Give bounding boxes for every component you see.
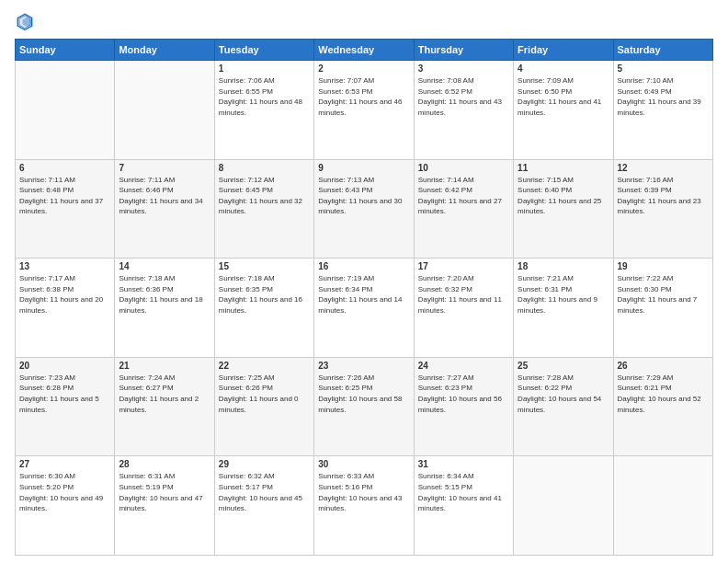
day-info: Sunrise: 7:25 AM Sunset: 6:26 PM Dayligh…: [219, 373, 310, 415]
calendar-day-cell: 21Sunrise: 7:24 AM Sunset: 6:27 PM Dayli…: [115, 357, 214, 456]
calendar-day-cell: 2Sunrise: 7:07 AM Sunset: 6:53 PM Daylig…: [314, 61, 414, 160]
calendar-day-cell: 7Sunrise: 7:11 AM Sunset: 6:46 PM Daylig…: [115, 159, 214, 259]
calendar-day-cell: 15Sunrise: 7:18 AM Sunset: 6:35 PM Dayli…: [214, 259, 313, 358]
calendar-day-cell: 3Sunrise: 7:08 AM Sunset: 6:52 PM Daylig…: [414, 61, 513, 160]
weekday-header: Sunday: [16, 40, 115, 61]
day-info: Sunrise: 7:28 AM Sunset: 6:22 PM Dayligh…: [518, 373, 609, 415]
calendar-week-row: 6Sunrise: 7:11 AM Sunset: 6:48 PM Daylig…: [16, 159, 713, 259]
calendar-day-cell: 12Sunrise: 7:16 AM Sunset: 6:39 PM Dayli…: [613, 159, 712, 259]
day-info: Sunrise: 7:11 AM Sunset: 6:46 PM Dayligh…: [119, 175, 210, 217]
day-info: Sunrise: 7:11 AM Sunset: 6:48 PM Dayligh…: [19, 175, 110, 217]
calendar-day-cell: 22Sunrise: 7:25 AM Sunset: 6:26 PM Dayli…: [214, 357, 313, 456]
day-number: 25: [518, 361, 609, 371]
weekday-header: Thursday: [414, 40, 513, 61]
day-info: Sunrise: 7:10 AM Sunset: 6:49 PM Dayligh…: [618, 75, 709, 118]
day-number: 7: [119, 163, 210, 173]
calendar-day-cell: 17Sunrise: 7:20 AM Sunset: 6:32 PM Dayli…: [414, 259, 513, 358]
day-info: Sunrise: 6:30 AM Sunset: 5:20 PM Dayligh…: [19, 471, 110, 513]
calendar-day-cell: 6Sunrise: 7:11 AM Sunset: 6:48 PM Daylig…: [16, 159, 115, 259]
day-number: 31: [418, 459, 509, 469]
calendar-day-cell: 9Sunrise: 7:13 AM Sunset: 6:43 PM Daylig…: [314, 159, 414, 259]
day-number: 12: [618, 163, 709, 173]
calendar-day-cell: [613, 456, 712, 556]
calendar-header-row: SundayMondayTuesdayWednesdayThursdayFrid…: [16, 40, 713, 61]
day-info: Sunrise: 6:31 AM Sunset: 5:19 PM Dayligh…: [119, 471, 210, 513]
logo-icon: [15, 11, 35, 31]
calendar-day-cell: 18Sunrise: 7:21 AM Sunset: 6:31 PM Dayli…: [514, 259, 613, 358]
calendar-day-cell: 31Sunrise: 6:34 AM Sunset: 5:15 PM Dayli…: [414, 456, 513, 556]
calendar-day-cell: [514, 456, 613, 556]
day-number: 24: [418, 361, 509, 371]
calendar-week-row: 20Sunrise: 7:23 AM Sunset: 6:28 PM Dayli…: [16, 357, 713, 456]
day-number: 22: [219, 361, 310, 371]
weekday-header: Wednesday: [314, 40, 414, 61]
day-info: Sunrise: 7:22 AM Sunset: 6:30 PM Dayligh…: [618, 273, 709, 316]
calendar-day-cell: 30Sunrise: 6:33 AM Sunset: 5:16 PM Dayli…: [314, 456, 414, 556]
day-info: Sunrise: 6:32 AM Sunset: 5:17 PM Dayligh…: [219, 471, 310, 513]
calendar-day-cell: 29Sunrise: 6:32 AM Sunset: 5:17 PM Dayli…: [214, 456, 313, 556]
calendar-day-cell: 16Sunrise: 7:19 AM Sunset: 6:34 PM Dayli…: [314, 259, 414, 358]
day-number: 4: [518, 63, 609, 74]
calendar-day-cell: 24Sunrise: 7:27 AM Sunset: 6:23 PM Dayli…: [414, 357, 513, 456]
day-info: Sunrise: 7:26 AM Sunset: 6:25 PM Dayligh…: [318, 373, 409, 415]
weekday-header: Tuesday: [214, 40, 313, 61]
day-number: 15: [219, 261, 310, 271]
day-number: 11: [518, 163, 609, 173]
day-info: Sunrise: 7:21 AM Sunset: 6:31 PM Dayligh…: [518, 273, 609, 316]
day-number: 5: [618, 63, 709, 74]
calendar-day-cell: 5Sunrise: 7:10 AM Sunset: 6:49 PM Daylig…: [613, 61, 712, 160]
day-info: Sunrise: 7:17 AM Sunset: 6:38 PM Dayligh…: [19, 273, 110, 316]
day-number: 10: [418, 163, 509, 173]
day-number: 26: [618, 361, 709, 371]
day-info: Sunrise: 7:12 AM Sunset: 6:45 PM Dayligh…: [219, 175, 310, 217]
day-info: Sunrise: 7:06 AM Sunset: 6:55 PM Dayligh…: [219, 75, 310, 118]
calendar-day-cell: 25Sunrise: 7:28 AM Sunset: 6:22 PM Dayli…: [514, 357, 613, 456]
day-number: 23: [318, 361, 409, 371]
calendar-day-cell: 26Sunrise: 7:29 AM Sunset: 6:21 PM Dayli…: [613, 357, 712, 456]
calendar-day-cell: 8Sunrise: 7:12 AM Sunset: 6:45 PM Daylig…: [214, 159, 313, 259]
day-info: Sunrise: 7:09 AM Sunset: 6:50 PM Dayligh…: [518, 75, 609, 118]
day-number: 2: [318, 63, 409, 74]
calendar-week-row: 13Sunrise: 7:17 AM Sunset: 6:38 PM Dayli…: [16, 259, 713, 358]
day-info: Sunrise: 7:18 AM Sunset: 6:36 PM Dayligh…: [119, 273, 210, 316]
logo: [15, 11, 37, 31]
day-info: Sunrise: 7:13 AM Sunset: 6:43 PM Dayligh…: [318, 175, 409, 217]
day-number: 8: [219, 163, 310, 173]
day-info: Sunrise: 7:16 AM Sunset: 6:39 PM Dayligh…: [618, 175, 709, 217]
day-number: 1: [219, 63, 310, 74]
calendar-day-cell: 28Sunrise: 6:31 AM Sunset: 5:19 PM Dayli…: [115, 456, 214, 556]
calendar-day-cell: 19Sunrise: 7:22 AM Sunset: 6:30 PM Dayli…: [613, 259, 712, 358]
day-info: Sunrise: 7:27 AM Sunset: 6:23 PM Dayligh…: [418, 373, 509, 415]
day-number: 21: [119, 361, 210, 371]
day-info: Sunrise: 7:20 AM Sunset: 6:32 PM Dayligh…: [418, 273, 509, 316]
day-number: 29: [219, 459, 310, 469]
calendar-day-cell: 13Sunrise: 7:17 AM Sunset: 6:38 PM Dayli…: [16, 259, 115, 358]
day-number: 30: [318, 459, 409, 469]
day-info: Sunrise: 7:23 AM Sunset: 6:28 PM Dayligh…: [19, 373, 110, 415]
calendar-day-cell: [115, 61, 214, 160]
day-number: 3: [418, 63, 509, 74]
day-info: Sunrise: 7:29 AM Sunset: 6:21 PM Dayligh…: [618, 373, 709, 415]
weekday-header: Friday: [514, 40, 613, 61]
day-info: Sunrise: 7:08 AM Sunset: 6:52 PM Dayligh…: [418, 75, 509, 118]
day-number: 27: [19, 459, 110, 469]
day-number: 17: [418, 261, 509, 271]
day-info: Sunrise: 7:18 AM Sunset: 6:35 PM Dayligh…: [219, 273, 310, 316]
day-number: 16: [318, 261, 409, 271]
calendar-day-cell: 4Sunrise: 7:09 AM Sunset: 6:50 PM Daylig…: [514, 61, 613, 160]
day-info: Sunrise: 7:15 AM Sunset: 6:40 PM Dayligh…: [518, 175, 609, 217]
calendar-day-cell: 11Sunrise: 7:15 AM Sunset: 6:40 PM Dayli…: [514, 159, 613, 259]
day-number: 13: [19, 261, 110, 271]
day-info: Sunrise: 6:33 AM Sunset: 5:16 PM Dayligh…: [318, 471, 409, 513]
page-header: [15, 11, 713, 31]
weekday-header: Monday: [115, 40, 214, 61]
calendar-day-cell: [16, 61, 115, 160]
calendar-day-cell: 23Sunrise: 7:26 AM Sunset: 6:25 PM Dayli…: [314, 357, 414, 456]
calendar-day-cell: 10Sunrise: 7:14 AM Sunset: 6:42 PM Dayli…: [414, 159, 513, 259]
day-info: Sunrise: 7:19 AM Sunset: 6:34 PM Dayligh…: [318, 273, 409, 316]
day-number: 18: [518, 261, 609, 271]
calendar-week-row: 1Sunrise: 7:06 AM Sunset: 6:55 PM Daylig…: [16, 61, 713, 160]
weekday-header: Saturday: [613, 40, 712, 61]
calendar-week-row: 27Sunrise: 6:30 AM Sunset: 5:20 PM Dayli…: [16, 456, 713, 556]
day-number: 19: [618, 261, 709, 271]
